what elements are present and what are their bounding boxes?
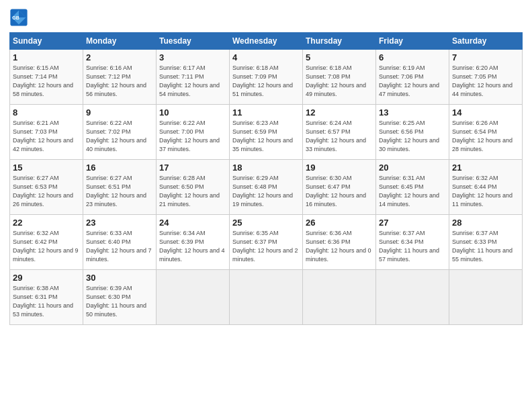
sunset-text: Sunset: 6:37 PM — [232, 238, 277, 245]
calendar-week-row: 8 Sunrise: 6:21 AM Sunset: 7:03 PM Dayli… — [10, 105, 523, 160]
day-number: 30 — [86, 273, 153, 283]
day-number: 23 — [86, 218, 153, 228]
daylight-text: Daylight: 12 hours and 40 minutes. — [86, 137, 146, 152]
calendar-cell: 12 Sunrise: 6:24 AM Sunset: 6:57 PM Dayl… — [303, 105, 376, 160]
day-number: 1 — [13, 52, 80, 62]
day-number: 17 — [159, 163, 226, 173]
sunrise-text: Sunrise: 6:27 AM — [86, 175, 132, 181]
sunrise-text: Sunrise: 6:32 AM — [13, 230, 59, 236]
day-number: 2 — [86, 52, 153, 62]
col-saturday: Saturday — [449, 33, 523, 50]
day-info: Sunrise: 6:28 AM Sunset: 6:50 PM Dayligh… — [159, 174, 226, 209]
sunset-text: Sunset: 7:02 PM — [86, 128, 131, 135]
daylight-text: Daylight: 12 hours and 35 minutes. — [232, 137, 293, 152]
sunrise-text: Sunrise: 6:32 AM — [452, 175, 498, 181]
sunrise-text: Sunrise: 6:18 AM — [232, 64, 279, 71]
daylight-text: Daylight: 12 hours and 2 minutes. — [232, 247, 298, 263]
sunset-text: Sunset: 7:08 PM — [306, 73, 351, 80]
day-info: Sunrise: 6:19 AM Sunset: 7:06 PM Dayligh… — [379, 64, 446, 99]
logo: GB — [9, 8, 31, 27]
daylight-text: Daylight: 12 hours and 30 minutes. — [379, 137, 439, 152]
sunrise-text: Sunrise: 6:30 AM — [306, 175, 352, 181]
calendar-cell: 11 Sunrise: 6:23 AM Sunset: 6:59 PM Dayl… — [230, 105, 303, 160]
day-number: 12 — [306, 107, 373, 118]
calendar-cell: 5 Sunrise: 6:18 AM Sunset: 7:08 PM Dayli… — [303, 50, 376, 105]
sunrise-text: Sunrise: 6:19 AM — [379, 64, 425, 71]
day-number: 18 — [232, 163, 300, 173]
day-number: 20 — [379, 163, 446, 173]
day-number: 11 — [232, 107, 300, 118]
daylight-text: Daylight: 12 hours and 56 minutes. — [86, 82, 146, 97]
daylight-text: Daylight: 11 hours and 57 minutes. — [379, 247, 439, 263]
calendar-cell: 18 Sunrise: 6:29 AM Sunset: 6:48 PM Dayl… — [230, 160, 303, 215]
calendar-cell: 7 Sunrise: 6:20 AM Sunset: 7:05 PM Dayli… — [449, 50, 523, 105]
daylight-text: Daylight: 12 hours and 23 minutes. — [86, 192, 146, 208]
col-sunday: Sunday — [10, 33, 83, 50]
sunset-text: Sunset: 6:34 PM — [379, 238, 424, 245]
sunset-text: Sunset: 7:14 PM — [13, 73, 58, 80]
daylight-text: Daylight: 12 hours and 4 minutes. — [159, 247, 225, 263]
logo-icon: GB — [9, 8, 28, 27]
calendar-cell: 20 Sunrise: 6:31 AM Sunset: 6:45 PM Dayl… — [376, 160, 449, 215]
calendar-cell: 8 Sunrise: 6:21 AM Sunset: 7:03 PM Dayli… — [10, 105, 83, 160]
day-info: Sunrise: 6:34 AM Sunset: 6:39 PM Dayligh… — [159, 229, 226, 264]
daylight-text: Daylight: 11 hours and 55 minutes. — [452, 247, 513, 263]
day-number: 26 — [306, 218, 373, 228]
calendar-cell: 1 Sunrise: 6:15 AM Sunset: 7:14 PM Dayli… — [10, 50, 83, 105]
day-info: Sunrise: 6:35 AM Sunset: 6:37 PM Dayligh… — [232, 229, 300, 264]
daylight-text: Daylight: 12 hours and 44 minutes. — [452, 82, 513, 97]
daylight-text: Daylight: 12 hours and 11 minutes. — [452, 192, 513, 208]
sunset-text: Sunset: 6:36 PM — [306, 238, 351, 245]
sunrise-text: Sunrise: 6:38 AM — [13, 285, 59, 291]
calendar-cell — [449, 270, 523, 325]
daylight-text: Daylight: 12 hours and 19 minutes. — [232, 192, 293, 208]
calendar-cell: 19 Sunrise: 6:30 AM Sunset: 6:47 PM Dayl… — [303, 160, 376, 215]
sunset-text: Sunset: 6:48 PM — [232, 183, 277, 190]
sunrise-text: Sunrise: 6:31 AM — [379, 175, 425, 181]
sunrise-text: Sunrise: 6:20 AM — [452, 64, 498, 71]
calendar-cell — [376, 270, 449, 325]
day-number: 9 — [86, 107, 153, 118]
sunset-text: Sunset: 6:33 PM — [452, 238, 497, 245]
day-number: 22 — [13, 218, 80, 228]
calendar-table: Sunday Monday Tuesday Wednesday Thursday… — [9, 32, 523, 325]
daylight-text: Daylight: 12 hours and 7 minutes. — [86, 247, 152, 263]
col-monday: Monday — [83, 33, 157, 50]
sunset-text: Sunset: 7:09 PM — [232, 73, 277, 80]
calendar-body: 1 Sunrise: 6:15 AM Sunset: 7:14 PM Dayli… — [10, 50, 523, 325]
day-number: 14 — [452, 107, 519, 118]
calendar-cell: 17 Sunrise: 6:28 AM Sunset: 6:50 PM Dayl… — [157, 160, 230, 215]
day-info: Sunrise: 6:33 AM Sunset: 6:40 PM Dayligh… — [86, 229, 153, 264]
day-info: Sunrise: 6:20 AM Sunset: 7:05 PM Dayligh… — [452, 64, 519, 99]
day-number: 19 — [306, 163, 373, 173]
sunrise-text: Sunrise: 6:27 AM — [13, 175, 59, 181]
calendar-cell: 9 Sunrise: 6:22 AM Sunset: 7:02 PM Dayli… — [83, 105, 157, 160]
day-number: 10 — [159, 107, 226, 118]
sunset-text: Sunset: 6:54 PM — [452, 128, 497, 135]
daylight-text: Daylight: 12 hours and 9 minutes. — [13, 247, 79, 263]
day-number: 3 — [159, 52, 226, 62]
day-info: Sunrise: 6:16 AM Sunset: 7:12 PM Dayligh… — [86, 64, 153, 99]
day-info: Sunrise: 6:22 AM Sunset: 7:02 PM Dayligh… — [86, 119, 153, 154]
daylight-text: Daylight: 12 hours and 42 minutes. — [13, 137, 73, 152]
day-number: 25 — [232, 218, 300, 228]
sunrise-text: Sunrise: 6:21 AM — [13, 120, 59, 126]
sunset-text: Sunset: 6:30 PM — [86, 293, 131, 300]
sunrise-text: Sunrise: 6:29 AM — [232, 175, 279, 181]
sunrise-text: Sunrise: 6:37 AM — [452, 230, 498, 236]
day-info: Sunrise: 6:24 AM Sunset: 6:57 PM Dayligh… — [306, 119, 373, 154]
sunrise-text: Sunrise: 6:28 AM — [159, 175, 206, 181]
daylight-text: Daylight: 12 hours and 37 minutes. — [159, 137, 220, 152]
day-number: 4 — [232, 52, 300, 62]
daylight-text: Daylight: 12 hours and 16 minutes. — [306, 192, 366, 208]
day-info: Sunrise: 6:23 AM Sunset: 6:59 PM Dayligh… — [232, 119, 300, 154]
col-friday: Friday — [376, 33, 449, 50]
calendar-cell: 13 Sunrise: 6:25 AM Sunset: 6:56 PM Dayl… — [376, 105, 449, 160]
calendar-cell: 24 Sunrise: 6:34 AM Sunset: 6:39 PM Dayl… — [157, 215, 230, 270]
sunset-text: Sunset: 6:39 PM — [159, 238, 204, 245]
sunrise-text: Sunrise: 6:25 AM — [379, 120, 425, 126]
daylight-text: Daylight: 12 hours and 14 minutes. — [379, 192, 439, 208]
calendar-cell — [157, 270, 230, 325]
day-number: 7 — [452, 52, 519, 62]
sunset-text: Sunset: 6:59 PM — [232, 128, 277, 135]
